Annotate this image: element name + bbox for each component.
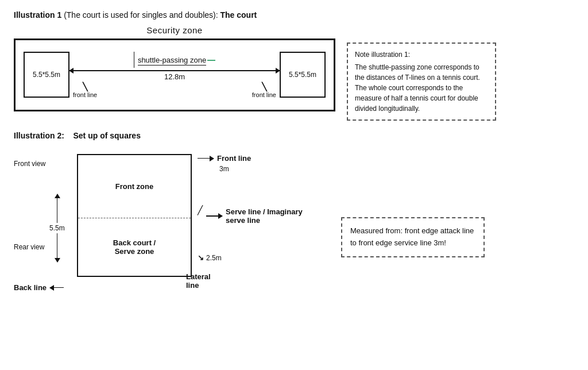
dim-25-label: ↘ <box>198 253 204 262</box>
shuttle-underline-text: shuttle-passing zone <box>138 56 206 65</box>
serve-line-diag: ╱ <box>198 205 203 215</box>
front-line-left-item: ╲ front line <box>73 82 97 98</box>
note2-text: Measured from: front edge attack line to… <box>350 226 474 247</box>
illus1-title-paren: (The court is used for singles and doubl… <box>64 10 218 20</box>
illus2-title-prefix: Illustration 2: <box>14 131 64 140</box>
court2-diagram: Front view Rear view 5.5m Front zone <box>14 148 324 321</box>
back-zone-line1: Back court / <box>113 238 156 247</box>
dim-55-label: 5.5m <box>49 224 65 232</box>
court2-rect-container: Front zone Back court / Serve zone Later… <box>77 154 192 277</box>
middle-section: shuttle-passing zone 12.8m ╲ front line … <box>69 46 280 104</box>
dim-55-line-bot <box>57 233 58 262</box>
back-line-group: Back line <box>14 283 64 292</box>
dim-3m-label: 3m <box>219 165 318 173</box>
shuttle-passing-label: shuttle-passing zone <box>138 56 215 64</box>
front-line-left-label: front line <box>73 91 97 98</box>
back-line-arrowhead <box>49 285 54 291</box>
front-line-arrow-line <box>198 158 214 159</box>
back-line-label: Back line <box>14 283 47 292</box>
front-view-label: Front view <box>14 160 45 168</box>
illus1-container: Security zone 5.5*5.5m shuttle-passing z… <box>14 25 574 121</box>
lateral-line-label: Lateral line <box>186 272 211 290</box>
dim-55-group: 5.5m <box>49 194 65 262</box>
dim-25-group: ↘ 2.5m <box>198 253 318 262</box>
note-box2: Measured from: front edge attack line to… <box>341 217 485 257</box>
back-line-arrow <box>50 287 64 288</box>
front-line-annotation: Front line <box>198 154 318 163</box>
front-zone-label: Front zone <box>115 182 153 191</box>
front-line-text: Front line <box>217 154 251 163</box>
right-square: 5.5*5.5m <box>280 52 326 98</box>
serve-line-arrow-line <box>206 215 222 217</box>
note-title: Note illustration 1: <box>355 49 488 60</box>
illus1-title-bold: The court <box>220 10 257 20</box>
front-lines-row: ╲ front line ╲ front line <box>69 82 280 98</box>
back-zone: Back court / Serve zone <box>78 218 191 276</box>
dim-25-text: 2.5m <box>206 254 222 262</box>
serve-line-text: Serve line / Imaginary serve line <box>226 207 318 225</box>
dim-55-line-top <box>57 194 58 223</box>
left-square-label: 5.5*5.5m <box>33 71 60 79</box>
arrow-row <box>69 70 280 71</box>
right-annotations: Front line 3m ╱ Serve line / Imaginary s… <box>198 154 318 262</box>
front-line-right-label: front line <box>252 91 276 98</box>
security-zone-label: Security zone <box>14 25 335 35</box>
back-zone-line2: Serve zone <box>115 247 154 256</box>
illus1-title-prefix: Illustration 1 <box>14 10 61 20</box>
serve-line-arrow-group: Serve line / Imaginary serve line <box>206 207 318 225</box>
left-square: 5.5*5.5m <box>24 52 69 98</box>
green-dash <box>207 60 215 61</box>
court2-outer: Front zone Back court / Serve zone <box>77 154 192 277</box>
arrow-down <box>55 258 60 263</box>
illus1-title: Illustration 1 (The court is used for si… <box>14 10 574 20</box>
illus2-subtitle: Set up of squares <box>73 131 140 140</box>
illus2-container: Front view Rear view 5.5m Front zone <box>14 148 574 321</box>
serve-line-arrowhead <box>218 213 223 219</box>
dim-55-arrow: 5.5m <box>49 194 65 262</box>
right-square-label: 5.5*5.5m <box>289 71 316 79</box>
court-diagram: Security zone 5.5*5.5m shuttle-passing z… <box>14 25 335 111</box>
front-zone: Front zone <box>78 155 191 218</box>
serve-line-annotation: ╱ Serve line / Imaginary serve line <box>198 207 318 225</box>
diag-mark-right: ╲ <box>262 82 266 91</box>
distance-arrow <box>69 70 280 71</box>
rear-view-label: Rear view <box>14 243 44 251</box>
distance-label: 12.8m <box>164 72 185 81</box>
arrow-up <box>55 194 60 198</box>
outer-rect: 5.5*5.5m shuttle-passing zone 12.8m ╲ <box>14 38 335 111</box>
note-text: The shuttle-passing zone corresponds to … <box>355 62 488 114</box>
front-line-arrowhead <box>210 156 214 161</box>
vline <box>134 52 134 68</box>
diag-mark-left: ╲ <box>83 82 87 91</box>
illus2-title: Illustration 2: Set up of squares <box>14 131 574 140</box>
shuttle-passing-row: shuttle-passing zone <box>134 52 215 68</box>
note-box: Note illustration 1: The shuttle-passing… <box>347 43 496 121</box>
front-line-right-item: ╲ front line <box>252 82 276 98</box>
